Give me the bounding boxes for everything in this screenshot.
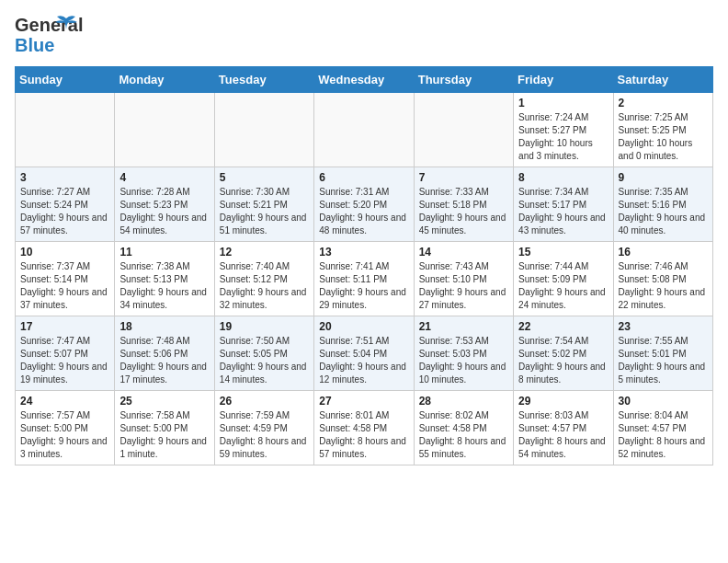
calendar-cell: 18Sunrise: 7:48 AM Sunset: 5:06 PM Dayli… <box>115 316 214 391</box>
calendar-cell: 8Sunrise: 7:34 AM Sunset: 5:17 PM Daylig… <box>514 167 613 242</box>
day-number: 4 <box>119 171 209 184</box>
calendar-cell: 29Sunrise: 8:03 AM Sunset: 4:57 PM Dayli… <box>514 391 613 465</box>
day-detail: Sunrise: 7:33 AM Sunset: 5:18 PM Dayligh… <box>419 186 508 237</box>
calendar-cell: 27Sunrise: 8:01 AM Sunset: 4:58 PM Dayli… <box>314 391 414 465</box>
calendar-table: SundayMondayTuesdayWednesdayThursdayFrid… <box>15 66 713 465</box>
day-detail: Sunrise: 7:50 AM Sunset: 5:05 PM Dayligh… <box>220 335 309 386</box>
day-number: 25 <box>119 395 209 408</box>
calendar-cell: 2Sunrise: 7:25 AM Sunset: 5:25 PM Daylig… <box>613 93 712 167</box>
calendar-cell <box>16 93 115 167</box>
day-number: 9 <box>619 171 708 184</box>
calendar-cell: 30Sunrise: 8:04 AM Sunset: 4:57 PM Dayli… <box>613 391 712 465</box>
day-number: 15 <box>518 246 608 259</box>
day-detail: Sunrise: 8:01 AM Sunset: 4:58 PM Dayligh… <box>319 409 408 461</box>
day-detail: Sunrise: 7:48 AM Sunset: 5:06 PM Dayligh… <box>119 335 209 386</box>
day-detail: Sunrise: 7:34 AM Sunset: 5:17 PM Dayligh… <box>518 186 608 237</box>
calendar-cell: 24Sunrise: 7:57 AM Sunset: 5:00 PM Dayli… <box>16 391 115 465</box>
calendar-cell: 12Sunrise: 7:40 AM Sunset: 5:12 PM Dayli… <box>214 242 313 316</box>
day-number: 16 <box>619 246 708 259</box>
calendar-cell: 28Sunrise: 8:02 AM Sunset: 4:58 PM Dayli… <box>414 391 513 465</box>
day-number: 3 <box>20 171 109 184</box>
calendar-cell: 21Sunrise: 7:53 AM Sunset: 5:03 PM Dayli… <box>414 316 513 391</box>
day-of-week-tuesday: Tuesday <box>214 67 313 93</box>
week-row-1: 1Sunrise: 7:24 AM Sunset: 5:27 PM Daylig… <box>16 93 713 167</box>
day-number: 6 <box>319 171 408 184</box>
day-detail: Sunrise: 7:27 AM Sunset: 5:24 PM Dayligh… <box>20 186 109 237</box>
day-detail: Sunrise: 7:40 AM Sunset: 5:12 PM Dayligh… <box>220 260 309 312</box>
day-number: 17 <box>20 320 109 333</box>
calendar-cell: 22Sunrise: 7:54 AM Sunset: 5:02 PM Dayli… <box>514 316 613 391</box>
day-detail: Sunrise: 7:35 AM Sunset: 5:16 PM Dayligh… <box>619 186 708 237</box>
day-detail: Sunrise: 8:02 AM Sunset: 4:58 PM Dayligh… <box>419 409 508 461</box>
day-detail: Sunrise: 7:28 AM Sunset: 5:23 PM Dayligh… <box>119 186 209 237</box>
calendar-header-row: SundayMondayTuesdayWednesdayThursdayFrid… <box>16 67 713 93</box>
day-detail: Sunrise: 8:04 AM Sunset: 4:57 PM Dayligh… <box>619 409 708 461</box>
day-number: 13 <box>319 246 408 259</box>
day-detail: Sunrise: 7:55 AM Sunset: 5:01 PM Dayligh… <box>619 335 708 386</box>
day-number: 28 <box>419 395 508 408</box>
day-number: 7 <box>419 171 508 184</box>
day-detail: Sunrise: 7:31 AM Sunset: 5:20 PM Dayligh… <box>319 186 408 237</box>
day-number: 20 <box>319 320 408 333</box>
day-detail: Sunrise: 7:53 AM Sunset: 5:03 PM Dayligh… <box>419 335 508 386</box>
calendar-cell: 9Sunrise: 7:35 AM Sunset: 5:16 PM Daylig… <box>613 167 712 242</box>
day-number: 24 <box>20 395 109 408</box>
day-detail: Sunrise: 7:24 AM Sunset: 5:27 PM Dayligh… <box>518 111 608 163</box>
calendar-cell: 19Sunrise: 7:50 AM Sunset: 5:05 PM Dayli… <box>214 316 313 391</box>
calendar-cell: 5Sunrise: 7:30 AM Sunset: 5:21 PM Daylig… <box>214 167 313 242</box>
day-number: 22 <box>518 320 608 333</box>
calendar-cell <box>314 93 414 167</box>
day-of-week-thursday: Thursday <box>414 67 513 93</box>
calendar-cell: 6Sunrise: 7:31 AM Sunset: 5:20 PM Daylig… <box>314 167 414 242</box>
calendar-cell: 16Sunrise: 7:46 AM Sunset: 5:08 PM Dayli… <box>613 242 712 316</box>
calendar-cell: 25Sunrise: 7:58 AM Sunset: 5:00 PM Dayli… <box>115 391 214 465</box>
calendar-cell: 7Sunrise: 7:33 AM Sunset: 5:18 PM Daylig… <box>414 167 513 242</box>
day-number: 21 <box>419 320 508 333</box>
day-detail: Sunrise: 7:37 AM Sunset: 5:14 PM Dayligh… <box>20 260 109 312</box>
calendar-cell: 13Sunrise: 7:41 AM Sunset: 5:11 PM Dayli… <box>314 242 414 316</box>
day-detail: Sunrise: 7:30 AM Sunset: 5:21 PM Dayligh… <box>220 186 309 237</box>
day-of-week-saturday: Saturday <box>613 67 712 93</box>
calendar-cell <box>115 93 214 167</box>
day-number: 1 <box>518 97 608 109</box>
day-number: 12 <box>220 246 309 259</box>
day-detail: Sunrise: 7:54 AM Sunset: 5:02 PM Dayligh… <box>518 335 608 386</box>
day-detail: Sunrise: 7:25 AM Sunset: 5:25 PM Dayligh… <box>619 111 708 163</box>
logo: General Blue <box>15 15 70 55</box>
calendar-cell: 4Sunrise: 7:28 AM Sunset: 5:23 PM Daylig… <box>115 167 214 242</box>
calendar-cell: 3Sunrise: 7:27 AM Sunset: 5:24 PM Daylig… <box>16 167 115 242</box>
day-detail: Sunrise: 7:44 AM Sunset: 5:09 PM Dayligh… <box>518 260 608 312</box>
day-of-week-friday: Friday <box>514 67 613 93</box>
day-number: 5 <box>220 171 309 184</box>
day-detail: Sunrise: 7:41 AM Sunset: 5:11 PM Dayligh… <box>319 260 408 312</box>
day-number: 30 <box>619 395 708 408</box>
day-number: 14 <box>419 246 508 259</box>
day-detail: Sunrise: 7:38 AM Sunset: 5:13 PM Dayligh… <box>119 260 209 312</box>
day-detail: Sunrise: 7:58 AM Sunset: 5:00 PM Dayligh… <box>119 409 209 461</box>
calendar-cell: 15Sunrise: 7:44 AM Sunset: 5:09 PM Dayli… <box>514 242 613 316</box>
day-number: 10 <box>20 246 109 259</box>
day-number: 26 <box>220 395 309 408</box>
day-detail: Sunrise: 8:03 AM Sunset: 4:57 PM Dayligh… <box>518 409 608 461</box>
calendar-cell <box>414 93 513 167</box>
day-number: 29 <box>518 395 608 408</box>
day-of-week-wednesday: Wednesday <box>314 67 414 93</box>
day-number: 2 <box>619 97 708 109</box>
day-number: 23 <box>619 320 708 333</box>
calendar-cell: 11Sunrise: 7:38 AM Sunset: 5:13 PM Dayli… <box>115 242 214 316</box>
day-detail: Sunrise: 7:46 AM Sunset: 5:08 PM Dayligh… <box>619 260 708 312</box>
day-detail: Sunrise: 7:43 AM Sunset: 5:10 PM Dayligh… <box>419 260 508 312</box>
week-row-5: 24Sunrise: 7:57 AM Sunset: 5:00 PM Dayli… <box>16 391 713 465</box>
calendar-cell: 14Sunrise: 7:43 AM Sunset: 5:10 PM Dayli… <box>414 242 513 316</box>
day-number: 11 <box>119 246 209 259</box>
calendar-cell: 20Sunrise: 7:51 AM Sunset: 5:04 PM Dayli… <box>314 316 414 391</box>
logo-bird-icon <box>53 15 79 35</box>
calendar-cell: 26Sunrise: 7:59 AM Sunset: 4:59 PM Dayli… <box>214 391 313 465</box>
week-row-4: 17Sunrise: 7:47 AM Sunset: 5:07 PM Dayli… <box>16 316 713 391</box>
week-row-3: 10Sunrise: 7:37 AM Sunset: 5:14 PM Dayli… <box>16 242 713 316</box>
calendar-cell: 23Sunrise: 7:55 AM Sunset: 5:01 PM Dayli… <box>613 316 712 391</box>
header: General Blue <box>15 15 713 55</box>
calendar-cell: 17Sunrise: 7:47 AM Sunset: 5:07 PM Dayli… <box>16 316 115 391</box>
day-number: 19 <box>220 320 309 333</box>
day-number: 8 <box>518 171 608 184</box>
